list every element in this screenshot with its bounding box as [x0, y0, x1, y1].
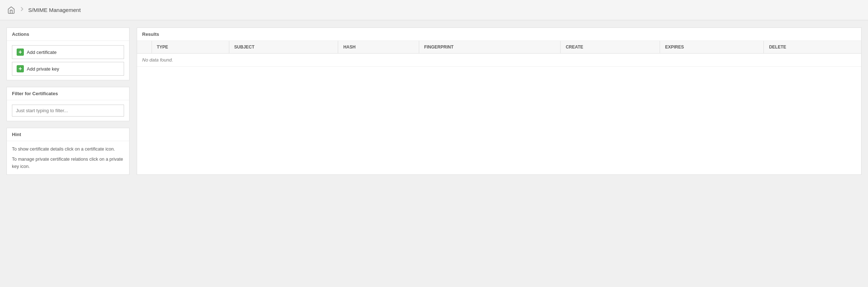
actions-section-title: Actions [7, 28, 129, 41]
filter-section-title: Filter for Certificates [7, 87, 129, 100]
results-section-title: Results [137, 28, 861, 41]
no-data-cell: No data found. [137, 54, 861, 67]
actions-section: Actions + Add certificate + Add private … [7, 28, 129, 80]
results-table: TYPE SUBJECT HASH FINGERPRINT CREATE EXP… [137, 41, 861, 67]
home-icon[interactable] [7, 5, 16, 15]
add-certificate-icon: + [17, 48, 24, 56]
add-certificate-button[interactable]: + Add certificate [12, 45, 124, 59]
filter-section-body [7, 100, 129, 121]
table-col-type: TYPE [152, 41, 229, 54]
table-col-expires: EXPIRES [660, 41, 763, 54]
table-header-row: TYPE SUBJECT HASH FINGERPRINT CREATE EXP… [137, 41, 861, 54]
table-col-delete: DELETE [764, 41, 861, 54]
table-col-subject: SUBJECT [229, 41, 338, 54]
main-content: Actions + Add certificate + Add private … [0, 20, 868, 182]
left-panel: Actions + Add certificate + Add private … [7, 28, 129, 175]
table-col-create: CREATE [561, 41, 660, 54]
add-private-key-icon: + [17, 65, 24, 72]
hint-line2: To manage private certificate relations … [12, 156, 124, 170]
hint-line1: To show certificate details click on a c… [12, 145, 124, 153]
hint-section-title: Hint [7, 128, 129, 141]
results-section: Results TYPE SUBJECT HASH FINGERPRINT CR… [137, 28, 861, 175]
page-title: S/MIME Management [28, 7, 81, 13]
table-col-fingerprint: FINGERPRINT [419, 41, 560, 54]
actions-section-body: + Add certificate + Add private key [7, 41, 129, 80]
table-col-hash: HASH [338, 41, 419, 54]
add-certificate-label: Add certificate [27, 50, 56, 55]
table-row: No data found. [137, 54, 861, 67]
table-col-checkbox [137, 41, 152, 54]
breadcrumb-bar: S/MIME Management [0, 0, 868, 20]
hint-body: To show certificate details click on a c… [7, 141, 129, 174]
hint-section: Hint To show certificate details click o… [7, 128, 129, 175]
add-private-key-label: Add private key [27, 66, 59, 72]
filter-input[interactable] [12, 105, 124, 117]
breadcrumb-chevron-icon [19, 6, 25, 14]
filter-section: Filter for Certificates [7, 87, 129, 121]
add-private-key-button[interactable]: + Add private key [12, 62, 124, 76]
